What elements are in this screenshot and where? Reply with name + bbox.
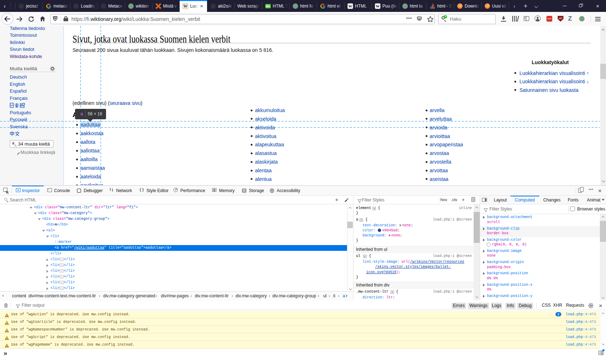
svg-text:A: A bbox=[14, 144, 17, 147]
svg-text:W: W bbox=[348, 4, 352, 8]
svg-text:3: 3 bbox=[268, 5, 270, 8]
svg-text:W: W bbox=[183, 4, 188, 8]
svg-text:W: W bbox=[376, 4, 380, 8]
